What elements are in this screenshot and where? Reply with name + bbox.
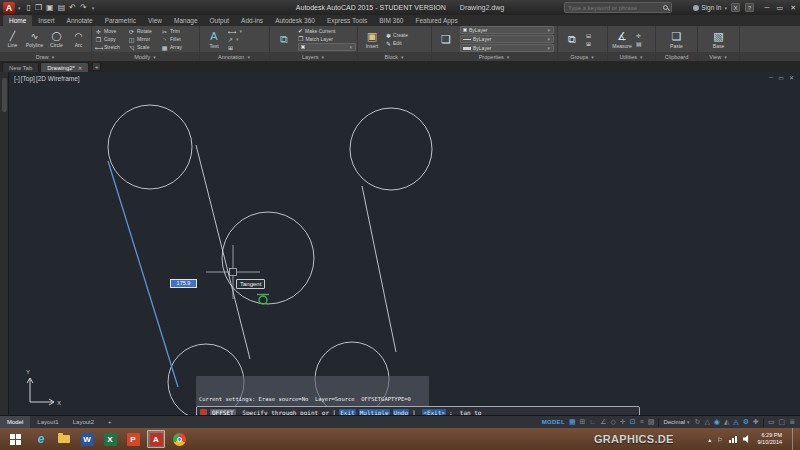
drawing-minimize-icon[interactable]: ─ — [769, 74, 773, 81]
panel-label-block[interactable]: Block▾ — [358, 52, 431, 61]
tab-autodesk-360[interactable]: Autodesk 360 — [269, 15, 321, 26]
units-dropdown[interactable]: Decimal▾ — [663, 419, 690, 425]
group-tool[interactable]: ⧉ — [561, 32, 583, 46]
snap-mode-icon[interactable]: ⊞ — [580, 416, 586, 428]
plot-icon[interactable]: ▤ — [58, 1, 66, 14]
selected-offset-line[interactable] — [108, 161, 178, 387]
maximize-button[interactable]: ▭ — [777, 4, 784, 12]
insert-tool[interactable]: ▣ Insert — [361, 29, 383, 49]
tab-insert[interactable]: Insert — [32, 15, 60, 26]
drawing-close-icon[interactable]: ✕ — [789, 74, 794, 81]
save-icon[interactable]: ▣ — [46, 1, 54, 14]
isometric-drafting-icon[interactable]: ◇ — [611, 416, 616, 428]
visual-style-control[interactable]: [2D Wireframe] — [36, 75, 80, 82]
file-tab-new-tab[interactable]: New Tab — [2, 62, 39, 72]
stretch-tool[interactable]: ⟷Stretch — [95, 44, 128, 51]
line-tool[interactable]: ╱ Line — [3, 30, 22, 48]
transparency-icon[interactable]: ▨ — [648, 416, 655, 428]
tab-bim-360[interactable]: BIM 360 — [373, 15, 409, 26]
annotation-monitor-icon[interactable]: ✚ — [753, 416, 759, 428]
start-button[interactable] — [0, 428, 30, 450]
table-tool[interactable]: ⊞ — [228, 44, 243, 51]
paste-tool[interactable]: ❏ Paste — [666, 29, 688, 49]
trim-tool[interactable]: ✂Trim — [161, 28, 194, 35]
drawing-restore-icon[interactable]: ▭ — [778, 74, 784, 81]
panel-label-annotation[interactable]: Annotation▾ — [200, 52, 269, 61]
match-layer-tool[interactable]: ❐Match Layer — [298, 35, 356, 42]
linetype-dropdown[interactable]: ByLayer ▾ — [460, 35, 554, 43]
new-drawing-button[interactable]: + — [92, 62, 101, 71]
make-current-tool[interactable]: ✔Make Current — [298, 27, 356, 34]
close-tab-icon[interactable]: ✕ — [78, 65, 82, 71]
show-desktop-button[interactable] — [792, 428, 796, 450]
taskbar-clock[interactable]: 6:29 PM 9/10/2014 — [758, 432, 782, 446]
quick-properties-icon[interactable]: ▢ — [779, 416, 786, 428]
command-line[interactable]: OFFSET Specify through point or [Exit Mu… — [196, 406, 640, 415]
arc-tool[interactable]: ◠ Arc — [69, 30, 88, 48]
app-menu-arrow-icon[interactable]: ▾ — [18, 5, 21, 11]
ungroup-tool[interactable]: ⊟ — [586, 32, 591, 39]
annotation-scale-icon[interactable]: ◬ — [733, 416, 738, 428]
object-snap-icon[interactable]: ⊡ — [630, 416, 636, 428]
left-dock-strip[interactable] — [0, 72, 9, 415]
dock-thumb[interactable] — [2, 78, 7, 112]
lineweight-icon[interactable]: ≡ — [640, 416, 644, 428]
dimension-tool[interactable]: ⟷▾ — [228, 28, 243, 35]
tab-annotate[interactable]: Annotate — [61, 15, 99, 26]
open-icon[interactable]: ❒ — [35, 1, 42, 14]
action-center-icon[interactable]: ⚐ — [717, 436, 722, 443]
circle-middle[interactable] — [222, 212, 314, 304]
taskbar-powerpoint[interactable]: P — [124, 430, 142, 448]
copy-tool[interactable]: ❐Copy — [95, 36, 128, 43]
quick-calc-tool[interactable]: ▤ — [636, 40, 642, 47]
undo-icon[interactable]: ↶ — [69, 1, 76, 14]
model-tab[interactable]: Model — [0, 416, 30, 428]
taskbar-word[interactable]: W — [78, 430, 96, 448]
workspace-switching-icon[interactable]: ⚙ — [743, 416, 749, 428]
move-tool[interactable]: ✛Move — [95, 28, 128, 35]
polar-tracking-icon[interactable]: ∠ — [600, 416, 606, 428]
tangent-line-right[interactable] — [362, 186, 396, 352]
match-properties-tool[interactable]: ❏ — [435, 32, 457, 46]
redo-icon[interactable]: ↷ — [80, 1, 87, 14]
drawing-canvas[interactable]: X Y [-] [Top] [2D Wireframe] ─ ▭ ✕ 175.9… — [0, 72, 800, 415]
polyline-tool[interactable]: ∿ Polyline — [25, 30, 44, 48]
search-icon[interactable] — [663, 5, 668, 10]
grid-icon[interactable]: ▦ — [569, 416, 576, 428]
tab-manage[interactable]: Manage — [168, 15, 204, 26]
taskbar-internet-explorer[interactable]: e — [32, 430, 50, 448]
text-tool[interactable]: A Text — [203, 29, 225, 49]
rotate-tool[interactable]: ⟳Rotate — [128, 28, 161, 35]
close-button[interactable]: ✕ — [790, 4, 796, 12]
search-input[interactable] — [568, 5, 661, 11]
panel-label-clipboard[interactable]: Clipboard — [656, 52, 697, 61]
network-icon[interactable] — [729, 436, 737, 443]
view-control[interactable]: [Top] — [21, 75, 35, 82]
tab-featured-apps[interactable]: Featured Apps — [409, 15, 463, 26]
tab-express-tools[interactable]: Express Tools — [321, 15, 373, 26]
selection-cycling-icon[interactable]: ↻ — [695, 416, 701, 428]
model-space-button[interactable]: MODEL — [542, 419, 565, 425]
fillet-tool[interactable]: ◝Fillet — [161, 36, 194, 43]
panel-label-groups[interactable]: Groups▾ — [558, 52, 607, 61]
edit-block-tool[interactable]: ✎Edit — [386, 40, 408, 47]
viewport-menu-control[interactable]: [-] — [14, 75, 20, 82]
hidden-icons-chevron[interactable]: ▴ — [708, 436, 711, 443]
circle-tool[interactable]: ◯ Circle — [47, 30, 66, 48]
panel-label-modify[interactable]: Modify▾ — [92, 52, 199, 61]
volume-icon[interactable] — [743, 435, 752, 443]
mirror-tool[interactable]: ◫Mirror — [128, 36, 161, 43]
help-icon[interactable]: ? — [745, 3, 754, 12]
layer-properties-tool[interactable]: ⧉ — [273, 32, 295, 46]
dynamic-input-field[interactable]: 175.9 — [170, 279, 197, 288]
taskbar-chrome[interactable] — [170, 430, 188, 448]
file-tab-drawing2[interactable]: Drawing2* ✕ — [40, 62, 89, 72]
tab-output[interactable]: Output — [204, 15, 236, 26]
panel-label-properties[interactable]: Properties▾ — [432, 52, 557, 61]
tangent-line-left-inner[interactable] — [196, 145, 250, 359]
qnew-icon[interactable]: ▯ — [27, 1, 31, 14]
panel-label-view[interactable]: View▾ — [698, 52, 739, 61]
sign-in-button[interactable]: Sign In ▾ — [693, 4, 728, 11]
autocad-logo-icon[interactable]: A — [3, 2, 15, 14]
circle-top-right[interactable] — [350, 108, 432, 190]
